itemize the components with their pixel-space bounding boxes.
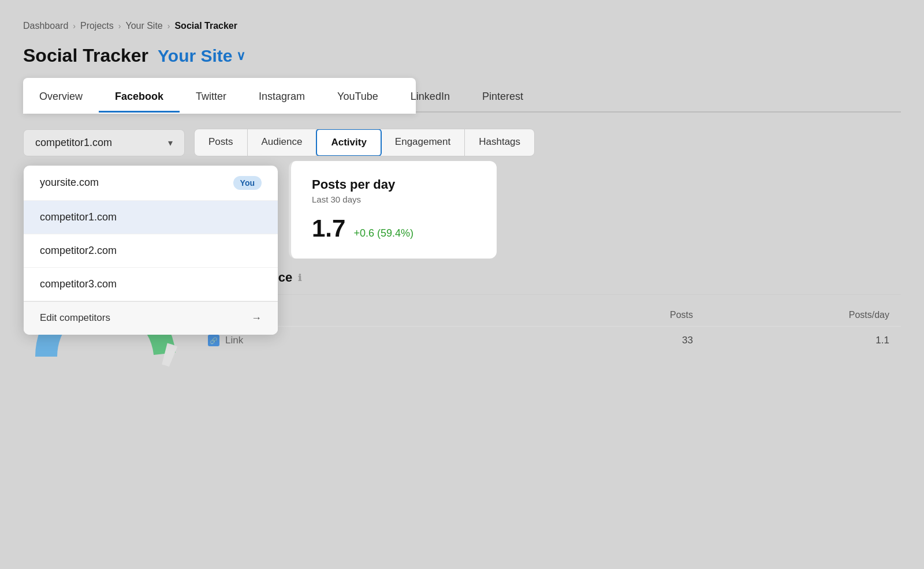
site-selector[interactable]: Your Site ∨ <box>158 46 245 66</box>
dropdown-option-competitor2[interactable]: competitor2.com <box>24 234 278 268</box>
tab-facebook[interactable]: Facebook <box>99 83 180 113</box>
site-selector-label: Your Site <box>158 46 232 66</box>
site-dropdown[interactable]: competitor1.com ▾ yoursite.com You compe… <box>23 129 185 156</box>
sub-tab-audience[interactable]: Audience <box>248 129 317 156</box>
col-header-posts-day: Posts/day <box>728 310 901 320</box>
dropdown-option-competitor3[interactable]: competitor3.com <box>24 268 278 301</box>
performance-title: eir performance ℹ <box>196 270 901 285</box>
you-badge: You <box>233 176 262 190</box>
cell-post-type: 🔗 Link <box>196 335 531 346</box>
edit-competitors-arrow-icon: → <box>251 312 262 324</box>
dropdown-menu: yoursite.com You competitor1.com competi… <box>24 166 278 335</box>
perf-table: Post type Posts Posts/day 🔗 Link 33 1.1 <box>196 304 901 354</box>
stats-value: 1.7 <box>312 215 345 242</box>
cell-post-type-label: Link <box>225 335 243 346</box>
content-area: competitor1.com ▾ yoursite.com You compe… <box>23 113 901 374</box>
edit-competitors-button[interactable]: Edit competitors → <box>24 301 278 335</box>
toolbar-row: competitor1.com ▾ yoursite.com You compe… <box>23 129 901 156</box>
tab-youtube[interactable]: YouTube <box>321 83 394 113</box>
sub-tabs: Posts Audience Activity Engagement Hasht… <box>194 129 535 156</box>
dropdown-arrow-icon: ▾ <box>168 137 173 148</box>
tabs-nav-wrapper: Overview Facebook Twitter Instagram YouT… <box>23 83 901 113</box>
breadcrumb-sep-3: › <box>167 21 170 31</box>
tab-linkedin[interactable]: LinkedIn <box>394 83 466 113</box>
breadcrumb-projects[interactable]: Projects <box>80 21 114 31</box>
dropdown-option-competitor3-label: competitor3.com <box>40 278 117 290</box>
dropdown-option-competitor2-label: competitor2.com <box>40 245 117 257</box>
dropdown-option-yoursite-label: yoursite.com <box>40 177 99 189</box>
breadcrumb-sep-1: › <box>73 21 76 31</box>
right-content: eir performance ℹ Post type Posts Posts/… <box>196 259 901 374</box>
breadcrumb-dashboard[interactable]: Dashboard <box>23 21 68 31</box>
cell-posts: 33 <box>531 335 728 346</box>
tabs-nav: Overview Facebook Twitter Instagram YouT… <box>23 83 901 113</box>
perf-divider <box>196 294 901 295</box>
stats-change: +0.6 (59.4%) <box>353 227 413 239</box>
link-icon: 🔗 <box>208 335 219 346</box>
perf-table-header: Post type Posts Posts/day <box>196 304 901 327</box>
info-icon: ℹ <box>298 272 301 283</box>
col-header-posts: Posts <box>531 310 728 320</box>
edit-competitors-label: Edit competitors <box>40 312 110 324</box>
sub-tab-activity[interactable]: Activity <box>316 129 381 156</box>
stats-sublabel: Last 30 days <box>312 194 476 204</box>
tab-instagram[interactable]: Instagram <box>243 83 321 113</box>
dropdown-option-yoursite[interactable]: yoursite.com You <box>24 166 278 201</box>
tab-overview[interactable]: Overview <box>23 83 99 113</box>
breadcrumb-sep-2: › <box>118 21 121 31</box>
dropdown-option-competitor1[interactable]: competitor1.com <box>24 201 278 234</box>
stats-value-row: 1.7 +0.6 (59.4%) <box>312 215 476 242</box>
page-title-row: Social Tracker Your Site ∨ <box>23 45 901 66</box>
sub-tab-posts[interactable]: Posts <box>195 129 248 156</box>
sub-tab-hashtags[interactable]: Hashtags <box>465 129 534 156</box>
stats-label: Posts per day <box>312 177 476 192</box>
dropdown-option-competitor1-label: competitor1.com <box>40 211 117 223</box>
breadcrumb: Dashboard › Projects › Your Site › Socia… <box>23 21 901 31</box>
sub-tab-engagement[interactable]: Engagement <box>381 129 465 156</box>
table-row: 🔗 Link 33 1.1 <box>196 327 901 354</box>
stats-card: Posts per day Last 30 days 1.7 +0.6 (59.… <box>289 161 497 259</box>
site-dropdown-selected: competitor1.com <box>35 137 112 149</box>
breadcrumb-your-site[interactable]: Your Site <box>125 21 162 31</box>
cell-posts-day: 1.1 <box>728 335 901 346</box>
breadcrumb-social-tracker: Social Tracker <box>174 21 237 31</box>
page-title: Social Tracker <box>23 45 148 66</box>
tab-pinterest[interactable]: Pinterest <box>466 83 539 113</box>
chevron-down-icon: ∨ <box>236 48 245 63</box>
tab-twitter[interactable]: Twitter <box>180 83 243 113</box>
